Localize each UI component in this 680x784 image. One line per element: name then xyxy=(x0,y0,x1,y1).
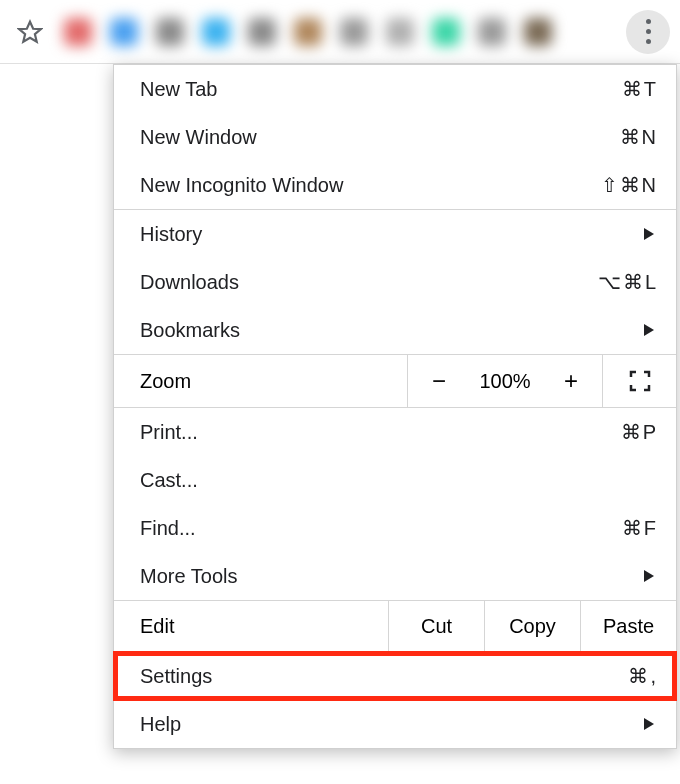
menu-shortcut: ⌘, xyxy=(628,664,658,688)
zoom-value: 100% xyxy=(470,355,540,407)
menu-label: New Tab xyxy=(140,78,622,101)
menu-shortcut: ⇧⌘N xyxy=(601,173,658,197)
menu-label: History xyxy=(140,223,644,246)
edit-paste-button[interactable]: Paste xyxy=(580,601,676,651)
chrome-menu-button[interactable] xyxy=(626,10,670,54)
menu-item-edit: Edit Cut Copy Paste xyxy=(114,601,676,651)
menu-label: More Tools xyxy=(140,565,644,588)
submenu-arrow-icon xyxy=(644,718,654,730)
menu-item-new-incognito[interactable]: New Incognito Window ⇧⌘N xyxy=(114,161,676,209)
submenu-arrow-icon xyxy=(644,228,654,240)
svg-marker-3 xyxy=(644,570,654,582)
fullscreen-icon xyxy=(629,370,651,392)
menu-shortcut: ⌘F xyxy=(622,516,658,540)
menu-shortcut: ⌘N xyxy=(620,125,658,149)
zoom-out-button[interactable]: − xyxy=(408,355,470,407)
three-dots-icon xyxy=(646,19,651,44)
menu-item-settings[interactable]: Settings ⌘, xyxy=(114,652,676,700)
menu-shortcut: ⌥⌘L xyxy=(598,270,658,294)
menu-item-zoom: Zoom − 100% + xyxy=(114,355,676,407)
menu-item-find[interactable]: Find... ⌘F xyxy=(114,504,676,552)
svg-marker-4 xyxy=(644,718,654,730)
menu-label: Downloads xyxy=(140,271,598,294)
bookmark-star-icon[interactable] xyxy=(14,16,46,48)
edit-copy-button[interactable]: Copy xyxy=(484,601,580,651)
edit-cut-button[interactable]: Cut xyxy=(388,601,484,651)
svg-marker-1 xyxy=(644,228,654,240)
menu-item-bookmarks[interactable]: Bookmarks xyxy=(114,306,676,354)
menu-label: Settings xyxy=(140,665,628,688)
svg-marker-0 xyxy=(19,21,41,41)
menu-shortcut: ⌘T xyxy=(622,77,658,101)
menu-item-print[interactable]: Print... ⌘P xyxy=(114,408,676,456)
svg-marker-2 xyxy=(644,324,654,336)
menu-label: Cast... xyxy=(140,469,658,492)
menu-shortcut: ⌘P xyxy=(621,420,658,444)
menu-item-downloads[interactable]: Downloads ⌥⌘L xyxy=(114,258,676,306)
menu-item-cast[interactable]: Cast... xyxy=(114,456,676,504)
menu-item-help[interactable]: Help xyxy=(114,700,676,748)
menu-label: New Incognito Window xyxy=(140,174,601,197)
zoom-label: Zoom xyxy=(114,355,408,407)
menu-label: Find... xyxy=(140,517,622,540)
menu-label: New Window xyxy=(140,126,620,149)
browser-toolbar xyxy=(0,0,680,64)
zoom-in-button[interactable]: + xyxy=(540,355,602,407)
menu-item-new-tab[interactable]: New Tab ⌘T xyxy=(114,65,676,113)
menu-label: Print... xyxy=(140,421,621,444)
menu-label: Bookmarks xyxy=(140,319,644,342)
submenu-arrow-icon xyxy=(644,324,654,336)
edit-label: Edit xyxy=(114,601,388,651)
submenu-arrow-icon xyxy=(644,570,654,582)
fullscreen-button[interactable] xyxy=(602,355,676,407)
menu-item-new-window[interactable]: New Window ⌘N xyxy=(114,113,676,161)
extension-icons-blurred xyxy=(64,18,626,46)
menu-item-history[interactable]: History xyxy=(114,210,676,258)
menu-item-more-tools[interactable]: More Tools xyxy=(114,552,676,600)
chrome-main-menu: New Tab ⌘T New Window ⌘N New Incognito W… xyxy=(113,64,677,749)
menu-label: Help xyxy=(140,713,644,736)
